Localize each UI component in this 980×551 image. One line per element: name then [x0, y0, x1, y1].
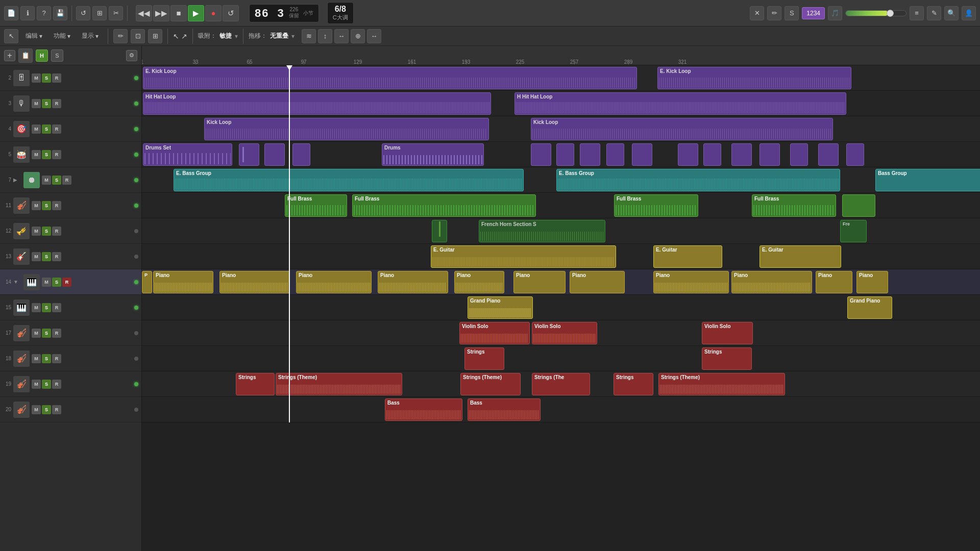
clip-piano5[interactable]: Piano	[454, 271, 504, 293]
stop-btn[interactable]: ■	[170, 5, 187, 21]
clip-bassgroup1[interactable]: E. Bass Group	[174, 169, 524, 191]
solo-btn[interactable]: S	[42, 303, 51, 312]
mute-btn[interactable]: M	[32, 252, 41, 261]
clip-eguitar1[interactable]: E. Guitar	[431, 245, 616, 268]
arrange-view[interactable]: 1336597129161193225257289321 E. Kick Loo…	[142, 46, 980, 551]
clip-frenchhorn3[interactable]: Fre	[840, 220, 867, 242]
clip-strings-t5[interactable]: Strings (Theme)	[658, 373, 785, 395]
clip-strings1[interactable]: Strings	[464, 347, 504, 370]
record-arm-btn[interactable]: R	[52, 329, 61, 338]
mute-btn[interactable]: M	[32, 124, 41, 134]
clip-piano4[interactable]: Piano	[378, 271, 448, 293]
clip-grandpiano2[interactable]: Grand Piano	[847, 296, 892, 319]
record-arm-btn[interactable]: R	[62, 278, 71, 287]
forward-btn[interactable]: ▶▶	[153, 5, 169, 21]
mute-btn[interactable]: M	[32, 329, 41, 338]
zoom-wave[interactable]: ≋	[302, 29, 316, 43]
loop-tool[interactable]: ⊞	[148, 29, 162, 43]
solo-btn[interactable]: S	[42, 405, 51, 414]
record-arm-btn[interactable]: R	[52, 150, 61, 159]
loop-btn[interactable]: ↺	[223, 5, 239, 21]
clip-kick1[interactable]: Kick Loop	[204, 118, 489, 140]
record-arm-btn[interactable]: R	[52, 303, 61, 312]
clip-piano-p1[interactable]: P	[142, 271, 152, 293]
solo-btn[interactable]: S	[42, 329, 51, 338]
pencil-tool[interactable]: ✏	[113, 29, 128, 43]
volume-knob[interactable]	[887, 10, 894, 17]
mute-btn[interactable]: M	[42, 278, 51, 287]
record-arm-btn[interactable]: R	[52, 73, 61, 83]
record-arm-btn[interactable]: R	[52, 405, 61, 414]
clip-piano2[interactable]: Piano	[219, 271, 290, 293]
solo-btn[interactable]: S	[42, 150, 51, 159]
display-menu[interactable]: 显示 ▾	[78, 30, 103, 42]
clip-bassgroup2[interactable]: E. Bass Group	[556, 169, 840, 191]
clip-piano8[interactable]: Piano	[653, 271, 729, 293]
record-arm-btn[interactable]: R	[52, 380, 61, 389]
close-btn[interactable]: ✕	[750, 6, 764, 20]
record-btn[interactable]: ●	[205, 5, 222, 21]
solo-btn[interactable]: S	[42, 201, 51, 210]
clip-drums5[interactable]	[531, 143, 551, 166]
clip-drums14[interactable]	[790, 143, 808, 166]
mute-btn[interactable]: M	[32, 201, 41, 210]
clip-strings-t0[interactable]: Strings	[236, 373, 275, 395]
zoom-v[interactable]: ↕	[318, 29, 332, 43]
clip-violin2[interactable]: Violin Solo	[532, 322, 597, 344]
record-arm-btn[interactable]: R	[52, 201, 61, 210]
solo-btn[interactable]: S	[42, 227, 51, 236]
track-view-btn[interactable]: 📋	[18, 48, 33, 63]
mute-btn[interactable]: M	[32, 73, 41, 83]
mute-btn[interactable]: M	[32, 150, 41, 159]
mute-btn[interactable]: M	[32, 99, 41, 108]
track-s-btn[interactable]: S	[51, 49, 63, 62]
select-tool[interactable]: ↖	[4, 29, 18, 43]
clip-strings-t2[interactable]: Strings (Theme)	[460, 373, 521, 395]
clip-drumsset[interactable]: Drums Set	[143, 143, 232, 166]
zoom-in[interactable]: ⊕	[351, 29, 365, 43]
midi-btn[interactable]: 1234	[802, 7, 825, 19]
solo-btn[interactable]: S	[42, 99, 51, 108]
track-expand[interactable]: ▼	[13, 279, 21, 285]
new-btn[interactable]: 📄	[4, 6, 18, 20]
clip-ekick1[interactable]: E. Kick Loop	[143, 67, 637, 89]
clip-fullbrass4[interactable]: Full Brass	[752, 194, 836, 217]
function-menu[interactable]: 功能 ▾	[50, 30, 75, 42]
clip-piano11[interactable]: Piano	[856, 271, 888, 293]
mute-btn[interactable]: M	[32, 405, 41, 414]
clip-fullbrass5[interactable]	[842, 194, 875, 217]
clip-strings-t1[interactable]: Strings (Theme)	[276, 373, 402, 395]
clip-drums2[interactable]	[264, 143, 285, 166]
rewind-btn[interactable]: ◀◀	[136, 5, 152, 21]
clip-bass2[interactable]: Bass	[468, 398, 541, 421]
clip-strings-t3[interactable]: Strings (The	[532, 373, 590, 395]
mute-btn[interactable]: M	[32, 354, 41, 363]
solo-btn[interactable]: S	[42, 73, 51, 83]
track-h-btn[interactable]: H	[36, 49, 48, 62]
edit-btn2[interactable]: ✎	[927, 6, 941, 20]
settings-btn[interactable]: 👤	[962, 6, 976, 20]
clip-violin3[interactable]: Violin Solo	[702, 322, 753, 344]
solo-btn[interactable]: S	[42, 252, 51, 261]
clip-piano3[interactable]: Piano	[296, 271, 372, 293]
track-expand[interactable]: ▶	[13, 177, 21, 183]
record-arm-btn[interactable]: R	[62, 176, 71, 185]
solo-btn[interactable]: S	[52, 278, 61, 287]
clip-piano7[interactable]: Piano	[570, 271, 625, 293]
clip-fullbrass3[interactable]: Full Brass	[614, 194, 698, 217]
clip-drums16[interactable]	[846, 143, 864, 166]
clip-ekick2[interactable]: E. Kick Loop	[657, 67, 851, 89]
clip-drums1[interactable]	[239, 143, 259, 166]
clip-bass1[interactable]: Bass	[385, 398, 462, 421]
clip-drums11[interactable]	[703, 143, 721, 166]
metronome-btn[interactable]: 🎵	[828, 6, 842, 20]
mute-btn[interactable]: M	[32, 303, 41, 312]
solo-btn[interactable]: S	[42, 124, 51, 134]
solo-btn[interactable]: S	[42, 354, 51, 363]
clip-bassgroup3[interactable]: Bass Group	[875, 169, 980, 191]
clip-frenchhorn2[interactable]: French Horn Section S	[479, 220, 605, 242]
clip-drums12[interactable]	[731, 143, 752, 166]
clip-drums3[interactable]	[292, 143, 310, 166]
play-btn[interactable]: ▶	[188, 5, 204, 21]
mute-btn[interactable]: M	[32, 380, 41, 389]
